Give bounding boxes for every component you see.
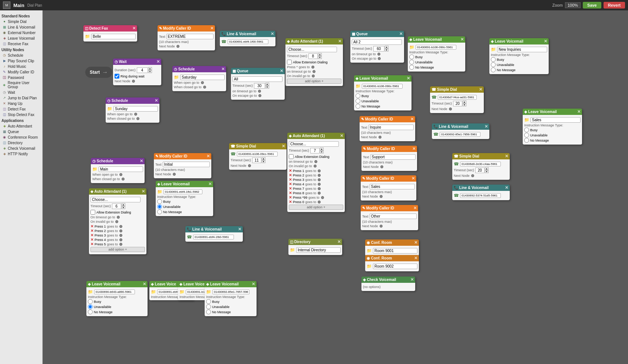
lvmb1-nomsg-radio[interactable] (88, 310, 93, 314)
aa2-up[interactable]: ▲ (122, 203, 125, 206)
lvmb1-input[interactable] (94, 289, 135, 294)
aa3-spinner[interactable]: ▲▼ (310, 148, 324, 153)
sidebar-item-leave-voicemail[interactable]: ◈Leave Voicemail (1, 36, 41, 41)
aa3-p2-close[interactable]: ✕ (289, 173, 292, 177)
conf-room-2-node[interactable]: ◉ Conf. Room ✕ 📁 (365, 255, 419, 271)
aa2-timeout-input[interactable] (112, 203, 121, 209)
aa2-down[interactable]: ▼ (122, 206, 125, 209)
sd3-timeout-input[interactable] (475, 168, 485, 173)
leave-vm-3-node[interactable]: ◈ Leave Voicemail ✕ 📁 Instruction Messag… (156, 181, 213, 216)
auto-attendant-2-node[interactable]: ◈ Auto Attendant (1) ✕ Timeout (sec) ▲▼ (89, 188, 146, 254)
mod-caller-id-other-node[interactable]: ✎ Modify Caller ID ✕ Text (10 characters… (361, 205, 418, 230)
wait-duration-input[interactable] (137, 67, 148, 73)
lvmtr-nomsg-radio[interactable] (491, 67, 496, 72)
simple-dial-1-node[interactable]: ☎ Simple Dial ✕ ☎ Timeout (sec) ▲▼ (229, 143, 287, 170)
auto-attendant-1-close[interactable]: ✕ (338, 39, 341, 44)
sched2-input[interactable] (113, 106, 158, 112)
leave-vm-top-right-node[interactable]: ◈ Leave Voicemail ✕ 📁 Instruction Messag… (489, 38, 549, 74)
lvm1-nomsg-radio[interactable] (409, 65, 414, 70)
line-vm-1-node[interactable]: 📞 Line & Voicemail ✕ ☎ (220, 31, 275, 46)
wait-close[interactable]: ✕ (156, 59, 160, 64)
line-vm-2-close[interactable]: ✕ (485, 124, 488, 129)
sidebar-item-receive-fax[interactable]: ◫Receive Fax (1, 41, 41, 46)
line-vm-4-node[interactable]: 📞 Line & Voicemail ✕ ☎ (185, 226, 243, 242)
detect-fax-node[interactable]: ◫ Detect Fax ✕ 📁 (83, 25, 137, 42)
sd2-up[interactable]: ▲ (463, 100, 466, 103)
sidebar-item-modify-caller[interactable]: ✎Modify Caller ID (1, 69, 41, 75)
line-vm-3-node[interactable]: 📞 Line & Voicemail ✕ ☎ (452, 185, 510, 200)
lvmb4-unavail-radio[interactable] (206, 304, 211, 309)
conf-room-2-close[interactable]: ✕ (414, 256, 417, 261)
queue-1-close[interactable]: ✕ (399, 32, 403, 36)
line-vm-2-node[interactable]: 📞 Line & Voicemail ✕ ☎ (432, 123, 489, 139)
mod-sales-close[interactable]: ✕ (411, 176, 415, 181)
sidebar-item-check-voicemail[interactable]: ◈Check Voicemail (1, 146, 41, 151)
wait-up[interactable]: ▲ (148, 67, 152, 70)
aa2-ext-check[interactable] (90, 210, 95, 215)
simple-dial-3-node[interactable]: ☎ Simple Dial ✕ ☎ Timeout (sec) ▲▼ (452, 153, 510, 180)
mod-other-close[interactable]: ✕ (413, 206, 417, 211)
save-button[interactable]: Save (583, 2, 601, 9)
schedule-2-close[interactable]: ✕ (155, 98, 158, 103)
conf-room-1-close[interactable]: ✕ (414, 240, 417, 245)
lvm2-unavail-radio[interactable] (356, 99, 360, 103)
lvmb4-busy-radio[interactable] (206, 299, 211, 304)
mod1-text-input[interactable] (166, 34, 214, 39)
wait-ring-check[interactable] (115, 74, 119, 79)
sd1-timeout-input[interactable] (252, 158, 261, 163)
schedule-3-close[interactable]: ✕ (140, 159, 143, 163)
sidebar-item-require-user-group[interactable]: ◈Require User Group (1, 80, 41, 89)
cr2-input[interactable] (373, 264, 417, 269)
lvmr-input[interactable] (531, 117, 581, 123)
sd2-timeout-input[interactable] (453, 101, 462, 106)
check-vm-close[interactable]: ✕ (410, 277, 414, 282)
schedule-1-close[interactable]: ✕ (221, 67, 225, 72)
lv4-input[interactable] (193, 235, 234, 239)
sidebar-item-external-number[interactable]: ◉External Number (1, 30, 41, 35)
sd3-down[interactable]: ▼ (485, 170, 489, 173)
lvmb4-nomsg-radio[interactable] (206, 310, 211, 314)
q1-spinner[interactable]: ▲▼ (373, 46, 389, 52)
leave-vm-b4-node[interactable]: ◈ Leave Voicemail ✕ 📁 Instruction Messag… (205, 281, 257, 316)
lvm1-busy-radio[interactable] (409, 54, 414, 59)
aa3-p99-close[interactable]: ✕ (289, 195, 292, 199)
aa3-p1-close[interactable]: ✕ (289, 169, 292, 173)
leave-vm-b1-close[interactable]: ✕ (143, 282, 146, 287)
mod-caller-id-sales-node[interactable]: ✎ Modify Caller ID ✕ Text (10 characters… (361, 175, 416, 201)
wait-spinner-btns[interactable]: ▲ ▼ (148, 67, 152, 73)
detect-fax-close[interactable]: ✕ (132, 26, 136, 31)
q1-up[interactable]: ▲ (385, 46, 389, 49)
sd3-up[interactable]: ▲ (485, 167, 489, 170)
zoom-value[interactable]: 100% (565, 2, 581, 8)
schedule-2-node[interactable]: ◷ Schedule ✕ 📁 When open go to When clos… (106, 97, 159, 123)
sd1-up[interactable]: ▲ (262, 157, 265, 160)
q1-down[interactable]: ▼ (385, 49, 389, 52)
leave-vm-2-node[interactable]: ◈ Leave Voicemail ✕ 📁 Instruction Messag… (354, 75, 411, 110)
aa2-p3-close[interactable]: ✕ (90, 233, 93, 237)
aa3-ext-check[interactable] (289, 154, 294, 159)
aa2-p5-close[interactable]: ✕ (90, 242, 93, 246)
aa1-timeout-input[interactable] (308, 53, 318, 59)
sidebar-item-play-sound[interactable]: ▶Play Sound Clip (1, 58, 41, 63)
sidebar-item-queue[interactable]: ▦Queue (1, 129, 41, 134)
line-vm-1-close[interactable]: ✕ (271, 32, 274, 36)
revert-button[interactable]: Revert (604, 2, 625, 9)
directory-close[interactable]: ✕ (337, 239, 341, 244)
lvmb4-input[interactable] (212, 289, 249, 294)
aa3-p3-close[interactable]: ✕ (289, 178, 292, 182)
lv2-input[interactable] (440, 132, 480, 137)
aa3-p0-close[interactable]: ✕ (289, 200, 292, 204)
lvm1-unavail-radio[interactable] (409, 60, 414, 64)
aa2-choose-input[interactable] (90, 197, 141, 202)
sd3-input[interactable] (460, 162, 501, 166)
sd2-input[interactable] (438, 95, 477, 100)
mod-sup-text-input[interactable] (370, 154, 416, 160)
mod-oth-text-input[interactable] (370, 214, 417, 219)
sd1-spinner[interactable]: ▲▼ (252, 157, 265, 163)
simple-dial-1-close[interactable]: ✕ (282, 144, 285, 149)
sidebar-item-directory[interactable]: ◫Directory (1, 140, 41, 145)
sidebar-item-hang-up[interactable]: ✕Hang Up (1, 101, 41, 106)
aa3-add-option[interactable]: add option + (289, 205, 343, 210)
modify-caller-id-1-close[interactable]: ✕ (210, 26, 214, 31)
lvm3-unavail-radio[interactable] (157, 204, 162, 209)
